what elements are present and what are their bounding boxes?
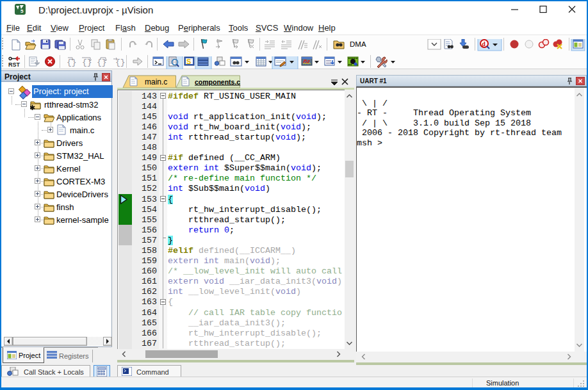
svg-text:RST: RST: [8, 61, 20, 68]
svg-text:DMA: DMA: [350, 40, 366, 48]
svg-text:S: S: [186, 58, 191, 65]
svg-text:main.c: main.c: [145, 77, 167, 86]
svg-text:5: 5: [20, 8, 24, 14]
svg-text:d: d: [482, 40, 486, 47]
svg-text:components.c: components.c: [195, 78, 240, 86]
svg-text:{}: {}: [97, 58, 107, 67]
